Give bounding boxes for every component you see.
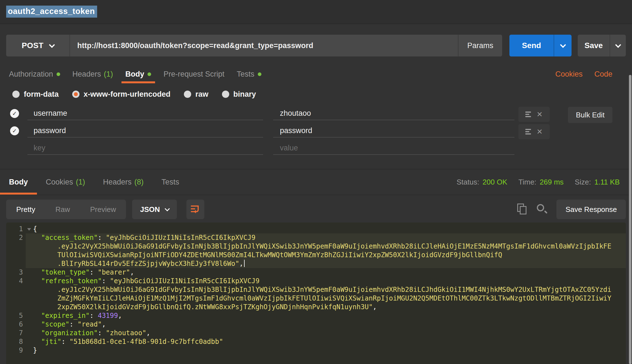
key-field[interactable]: password (27, 124, 263, 138)
format-select[interactable]: JSON (132, 200, 177, 219)
method-select[interactable]: POST (6, 35, 70, 56)
delete-row-icon[interactable]: ✕ (537, 111, 543, 118)
tab-count-badge: (8) (134, 178, 144, 186)
value-field[interactable]: zhoutaoo (273, 107, 514, 120)
radio-icon (12, 91, 20, 98)
radio-form-data[interactable]: form-data (12, 90, 59, 99)
response-tab-cookies[interactable]: Cookies (1) (37, 169, 94, 195)
chevron-down-icon (560, 42, 566, 48)
radio-binary[interactable]: binary (222, 90, 256, 99)
text-cursor (244, 260, 245, 267)
delete-row-icon[interactable]: ✕ (537, 128, 543, 135)
body-type-selector: form-data x-www-form-urlencoded raw bina… (12, 89, 626, 99)
radio-label: form-data (24, 90, 59, 99)
tab-pre-request-script[interactable]: Pre-request Script (157, 66, 231, 82)
view-pretty[interactable]: Pretty (6, 200, 45, 219)
chevron-down-icon (165, 206, 170, 211)
drag-handle-icon[interactable] (525, 129, 531, 134)
metric-label: Time: (518, 178, 536, 186)
value-field[interactable]: password (273, 124, 514, 138)
row-checkbox[interactable]: ✓ (10, 126, 19, 135)
code-line: 3"token_type": "bearer", (6, 268, 626, 277)
code-line: 2xpZW50X2lkIjoidGVzdF9jbGllbnQifQ.zNtWWG… (6, 303, 626, 311)
response-header: Body Cookies (1) Headers (8) Tests Statu… (0, 169, 632, 195)
radio-selected-icon (72, 91, 79, 98)
code-line: 5"expires_in": 43199, (6, 311, 626, 320)
row-actions: ✕ (518, 124, 550, 139)
request-tab-title[interactable]: oauth2_access_token (6, 6, 97, 18)
send-button[interactable]: Send (509, 35, 572, 56)
drag-handle-icon[interactable] (525, 112, 531, 117)
code-lines: 1{2"access_token": "eyJhbGciOiJIUzI1NiIs… (6, 225, 626, 355)
tab-label: Headers (103, 178, 132, 186)
tab-label: Body (125, 70, 144, 79)
response-tab-tests[interactable]: Tests (153, 169, 188, 195)
response-tabs: Body Cookies (1) Headers (8) Tests (0, 169, 188, 195)
code-line: .BlIryRbSL414rDv5EfzZSjpjvWybcX3hEJy3fV8… (6, 259, 626, 268)
chevron-down-icon (615, 42, 621, 48)
bulk-edit-button[interactable]: Bulk Edit (568, 107, 612, 123)
status-dot-icon (148, 72, 151, 76)
kv-row-username: ✓ username zhoutaoo ✕ (6, 107, 626, 124)
code-link[interactable]: Code (594, 70, 612, 79)
response-tab-body[interactable]: Body (0, 169, 37, 195)
kv-row-empty: key value (6, 141, 626, 159)
view-preview[interactable]: Preview (80, 200, 126, 219)
radio-label: binary (233, 90, 256, 99)
request-tab-bar: oauth2_access_token (0, 0, 632, 24)
save-response-button[interactable]: Save Response (556, 200, 626, 219)
tab-authorization[interactable]: Authorization (3, 66, 66, 82)
tab-tests[interactable]: Tests (231, 66, 268, 82)
postman-window: oauth2_access_token POST http://host1:80… (0, 0, 632, 364)
save-label[interactable]: Save (578, 35, 610, 56)
search-icon[interactable] (536, 204, 547, 215)
key-field-placeholder[interactable]: key (27, 141, 263, 155)
tab-headers[interactable]: Headers (1) (66, 66, 119, 82)
code-line: .eyJ1c2VyX25hbWUiOiJ6aG91dGFvbyIsInNjb3B… (6, 285, 626, 294)
save-options-caret[interactable] (610, 35, 626, 56)
code-line: 4"refresh_token": "eyJhbGciOiJIUzI1NiIsI… (6, 277, 626, 285)
url-input[interactable]: http://host1:8000/oauth/token?scope=read… (70, 35, 458, 56)
request-tabs: Authorization Headers (1) Body Pre-reque… (3, 66, 626, 82)
tab-label: Tests (161, 178, 179, 186)
key-field[interactable]: username (27, 107, 263, 120)
response-tab-headers[interactable]: Headers (8) (94, 169, 153, 195)
status-dot-icon (258, 72, 261, 76)
tab-label: Body (9, 178, 28, 186)
value-field-placeholder[interactable]: value (273, 141, 514, 155)
tab-label: Tests (237, 70, 254, 79)
tab-body[interactable]: Body (119, 66, 158, 82)
size-metric: Size: 1.11 KB (575, 178, 620, 186)
url-text: http://host1:8000/oauth/token?scope=read… (77, 41, 313, 50)
tab-count-badge: (1) (76, 178, 85, 186)
status-value: 200 OK (483, 178, 507, 186)
cookies-link[interactable]: Cookies (555, 70, 583, 79)
copy-icon[interactable] (517, 204, 527, 215)
code-line: TUlOIiwiSVQiXSwianRpIjoiNTFiODY4ZDEtMGNl… (6, 251, 626, 259)
code-line: 2"access_token": "eyJhbGciOiJIUzI1NiIsIn… (6, 233, 626, 242)
radio-icon (184, 91, 191, 98)
radio-x-www-form-urlencoded[interactable]: x-www-form-urlencoded (72, 90, 171, 99)
tab-label: Authorization (9, 70, 53, 79)
kv-row-password: ✓ password password ✕ (6, 124, 626, 141)
save-button[interactable]: Save (578, 35, 626, 56)
tab-label: Headers (72, 70, 101, 79)
radio-label: raw (195, 90, 209, 99)
response-toolbar: Pretty Raw Preview JSON Save Response (6, 200, 626, 219)
response-body-editor[interactable]: 1{2"access_token": "eyJhbGciOiJIUzI1NiIs… (6, 223, 626, 364)
radio-label: x-www-form-urlencoded (84, 90, 171, 99)
send-label[interactable]: Send (509, 35, 554, 56)
row-checkbox[interactable]: ✓ (10, 109, 19, 118)
format-label: JSON (140, 205, 160, 214)
code-line: 8"jti": "51b868d1-0ce1-4fb8-901d-9c7bffc… (6, 337, 626, 346)
wrap-text-button[interactable] (186, 200, 204, 219)
params-button[interactable]: Params (458, 35, 502, 56)
radio-raw[interactable]: raw (184, 90, 209, 99)
fold-arrow-icon[interactable] (26, 225, 33, 233)
response-metrics: Status: 200 OK Time: 269 ms Size: 1.11 K… (457, 169, 632, 195)
code-line: 6"scope": "read", (6, 320, 626, 329)
vertical-scrollbar[interactable] (629, 75, 631, 364)
send-options-caret[interactable] (554, 35, 572, 56)
view-raw[interactable]: Raw (45, 200, 80, 219)
tab-count-badge: (1) (104, 70, 113, 79)
